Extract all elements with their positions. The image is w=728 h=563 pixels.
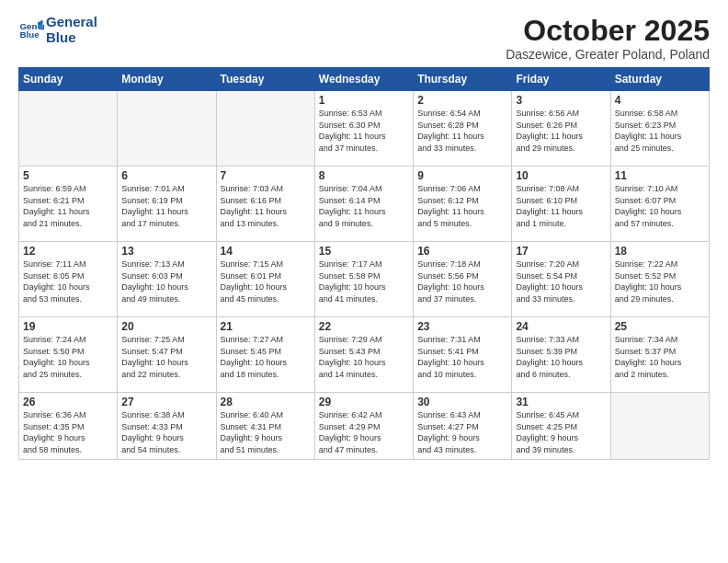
day-info: Sunrise: 7:24 AM Sunset: 5:50 PM Dayligh… [23,334,113,380]
calendar-cell: 17Sunrise: 7:20 AM Sunset: 5:54 PM Dayli… [512,242,610,317]
day-number: 19 [23,320,113,333]
calendar-cell: 11Sunrise: 7:10 AM Sunset: 6:07 PM Dayli… [610,167,709,242]
day-info: Sunrise: 7:03 AM Sunset: 6:16 PM Dayligh… [221,183,311,229]
day-info: Sunrise: 7:34 AM Sunset: 5:37 PM Dayligh… [615,334,705,380]
calendar-cell: 23Sunrise: 7:31 AM Sunset: 5:41 PM Dayli… [414,317,512,393]
day-number: 24 [516,320,606,333]
day-info: Sunrise: 7:08 AM Sunset: 6:10 PM Dayligh… [516,183,606,229]
day-number: 8 [319,169,409,182]
calendar-cell: 2Sunrise: 6:54 AM Sunset: 6:28 PM Daylig… [414,91,512,167]
calendar-cell [19,91,118,167]
day-info: Sunrise: 6:53 AM Sunset: 6:30 PM Dayligh… [319,108,409,154]
day-number: 31 [516,396,606,408]
day-number: 14 [221,245,311,258]
calendar-cell: 10Sunrise: 7:08 AM Sunset: 6:10 PM Dayli… [512,167,610,242]
day-number: 11 [615,169,705,182]
day-number: 27 [121,396,211,408]
day-info: Sunrise: 7:10 AM Sunset: 6:07 PM Dayligh… [615,183,705,229]
weekday-header-monday: Monday [118,68,216,91]
day-info: Sunrise: 7:04 AM Sunset: 6:14 PM Dayligh… [319,183,409,229]
day-info: Sunrise: 7:11 AM Sunset: 6:05 PM Dayligh… [23,259,113,304]
day-number: 26 [23,396,113,408]
calendar-week-5: 26Sunrise: 6:36 AM Sunset: 4:35 PM Dayli… [19,393,710,459]
day-info: Sunrise: 6:38 AM Sunset: 4:33 PM Dayligh… [121,409,211,455]
day-info: Sunrise: 6:56 AM Sunset: 6:26 PM Dayligh… [516,108,606,154]
day-info: Sunrise: 6:36 AM Sunset: 4:35 PM Dayligh… [23,409,113,455]
day-number: 4 [615,94,705,107]
weekday-header-tuesday: Tuesday [216,68,314,91]
day-number: 29 [319,396,409,408]
calendar-cell: 20Sunrise: 7:25 AM Sunset: 5:47 PM Dayli… [118,317,216,393]
calendar-cell: 6Sunrise: 7:01 AM Sunset: 6:19 PM Daylig… [118,167,216,242]
calendar-cell: 27Sunrise: 6:38 AM Sunset: 4:33 PM Dayli… [118,393,216,459]
day-number: 15 [319,245,409,258]
day-number: 12 [23,245,113,258]
calendar-cell: 13Sunrise: 7:13 AM Sunset: 6:03 PM Dayli… [118,242,216,317]
logo-blue: Blue [46,30,97,46]
calendar-cell: 4Sunrise: 6:58 AM Sunset: 6:23 PM Daylig… [610,91,709,167]
day-info: Sunrise: 7:15 AM Sunset: 6:01 PM Dayligh… [221,259,311,304]
header: General Blue General Blue October 2025 D… [18,15,710,62]
day-number: 7 [221,169,311,182]
calendar-week-4: 19Sunrise: 7:24 AM Sunset: 5:50 PM Dayli… [19,317,710,393]
weekday-header-friday: Friday [512,68,610,91]
weekday-header-sunday: Sunday [19,68,118,91]
calendar-cell: 30Sunrise: 6:43 AM Sunset: 4:27 PM Dayli… [414,393,512,459]
day-info: Sunrise: 7:01 AM Sunset: 6:19 PM Dayligh… [121,183,211,229]
calendar-cell: 24Sunrise: 7:33 AM Sunset: 5:39 PM Dayli… [512,317,610,393]
day-info: Sunrise: 7:29 AM Sunset: 5:43 PM Dayligh… [319,334,409,380]
calendar-cell: 1Sunrise: 6:53 AM Sunset: 6:30 PM Daylig… [314,91,413,167]
day-number: 17 [516,245,606,258]
day-number: 28 [221,396,311,408]
location-subtitle: Daszewice, Greater Poland, Poland [506,47,710,62]
day-number: 16 [417,245,507,258]
calendar-cell [118,91,216,167]
day-number: 30 [417,396,507,408]
calendar-cell: 15Sunrise: 7:17 AM Sunset: 5:58 PM Dayli… [314,242,413,317]
day-info: Sunrise: 6:54 AM Sunset: 6:28 PM Dayligh… [417,108,507,154]
day-info: Sunrise: 7:27 AM Sunset: 5:45 PM Dayligh… [221,334,311,380]
title-block: October 2025 Daszewice, Greater Poland, … [506,15,710,62]
calendar-cell: 16Sunrise: 7:18 AM Sunset: 5:56 PM Dayli… [414,242,512,317]
calendar-header-row: SundayMondayTuesdayWednesdayThursdayFrid… [19,68,710,91]
day-number: 6 [121,169,211,182]
calendar-cell: 8Sunrise: 7:04 AM Sunset: 6:14 PM Daylig… [314,167,413,242]
logo-icon: General Blue [18,17,44,43]
calendar-cell: 31Sunrise: 6:45 AM Sunset: 4:25 PM Dayli… [512,393,610,459]
day-number: 9 [417,169,507,182]
weekday-header-wednesday: Wednesday [314,68,413,91]
calendar-week-2: 5Sunrise: 6:59 AM Sunset: 6:21 PM Daylig… [19,167,710,242]
calendar-cell: 14Sunrise: 7:15 AM Sunset: 6:01 PM Dayli… [216,242,314,317]
logo: General Blue General Blue [18,15,97,45]
calendar-cell: 9Sunrise: 7:06 AM Sunset: 6:12 PM Daylig… [414,167,512,242]
calendar-cell [610,393,709,459]
day-info: Sunrise: 7:18 AM Sunset: 5:56 PM Dayligh… [417,259,507,304]
day-info: Sunrise: 6:43 AM Sunset: 4:27 PM Dayligh… [417,409,507,455]
day-info: Sunrise: 6:58 AM Sunset: 6:23 PM Dayligh… [615,108,705,154]
weekday-header-thursday: Thursday [414,68,512,91]
calendar-cell: 19Sunrise: 7:24 AM Sunset: 5:50 PM Dayli… [19,317,118,393]
day-number: 22 [319,320,409,333]
calendar-cell: 26Sunrise: 6:36 AM Sunset: 4:35 PM Dayli… [19,393,118,459]
page: General Blue General Blue October 2025 D… [0,0,728,563]
month-title: October 2025 [506,15,710,47]
logo-general: General [46,15,97,30]
day-number: 20 [121,320,211,333]
day-info: Sunrise: 7:06 AM Sunset: 6:12 PM Dayligh… [417,183,507,229]
calendar-table: SundayMondayTuesdayWednesdayThursdayFrid… [18,67,710,459]
calendar-cell: 5Sunrise: 6:59 AM Sunset: 6:21 PM Daylig… [19,167,118,242]
calendar-week-1: 1Sunrise: 6:53 AM Sunset: 6:30 PM Daylig… [19,91,710,167]
day-info: Sunrise: 7:17 AM Sunset: 5:58 PM Dayligh… [319,259,409,304]
day-info: Sunrise: 6:59 AM Sunset: 6:21 PM Dayligh… [23,183,113,229]
day-info: Sunrise: 7:20 AM Sunset: 5:54 PM Dayligh… [516,259,606,304]
calendar-week-3: 12Sunrise: 7:11 AM Sunset: 6:05 PM Dayli… [19,242,710,317]
day-info: Sunrise: 6:42 AM Sunset: 4:29 PM Dayligh… [319,409,409,455]
weekday-header-saturday: Saturday [610,68,709,91]
day-info: Sunrise: 7:13 AM Sunset: 6:03 PM Dayligh… [121,259,211,304]
svg-text:Blue: Blue [19,29,40,40]
day-number: 25 [615,320,705,333]
day-info: Sunrise: 7:25 AM Sunset: 5:47 PM Dayligh… [121,334,211,380]
calendar-cell: 25Sunrise: 7:34 AM Sunset: 5:37 PM Dayli… [610,317,709,393]
day-number: 2 [417,94,507,107]
calendar-cell: 18Sunrise: 7:22 AM Sunset: 5:52 PM Dayli… [610,242,709,317]
